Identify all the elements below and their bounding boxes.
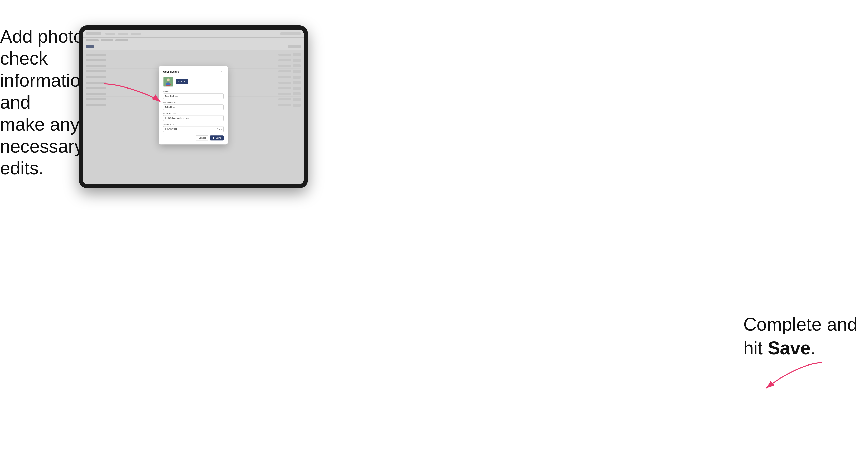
right-annotation-line2: hit Save.	[743, 338, 815, 358]
school-year-label: School Year	[163, 123, 224, 125]
display-name-field-group: Display name	[163, 101, 224, 110]
left-annotation-text3: make any	[0, 114, 80, 134]
display-name-label: Display name	[163, 101, 224, 103]
cancel-button[interactable]: Cancel	[196, 135, 208, 141]
photo-section: Upload	[163, 76, 224, 87]
modal-title: User details	[163, 70, 179, 73]
modal-footer: Cancel ⬆ Save	[163, 135, 224, 141]
modal-header: User details ×	[163, 70, 224, 73]
user-details-modal: User details × Upload	[159, 66, 228, 145]
left-annotation-text2: information and	[0, 70, 91, 113]
tablet-frame: User details × Upload	[79, 25, 308, 188]
photo-thumbnail	[163, 76, 173, 87]
school-year-field-group: School Year First Year Second Year Third…	[163, 123, 224, 132]
email-input[interactable]	[163, 115, 224, 121]
save-button[interactable]: ⬆ Save	[210, 135, 224, 141]
school-year-select[interactable]: First Year Second Year Third Year Fourth…	[163, 126, 224, 132]
svg-point-1	[167, 79, 170, 82]
right-annotation-line1: Complete and	[743, 314, 857, 335]
close-button[interactable]: ×	[220, 70, 224, 73]
right-annotation: Complete and hit Save.	[743, 313, 865, 360]
display-name-input[interactable]	[163, 104, 224, 110]
tablet-screen: User details × Upload	[83, 30, 304, 184]
svg-point-3	[166, 83, 170, 86]
left-annotation-text: Add photo, check	[0, 26, 89, 68]
name-label: Name	[163, 90, 224, 93]
email-label: Email address	[163, 112, 224, 115]
save-icon: ⬆	[213, 137, 214, 139]
email-field-group: Email address	[163, 112, 224, 121]
person-photo-svg	[163, 77, 173, 87]
upload-button[interactable]: Upload	[176, 79, 188, 84]
name-input[interactable]	[163, 93, 224, 99]
name-field-group: Name	[163, 90, 224, 99]
left-annotation-text4: necessary edits.	[0, 136, 84, 178]
school-year-select-wrapper: First Year Second Year Third Year Fourth…	[163, 126, 224, 132]
